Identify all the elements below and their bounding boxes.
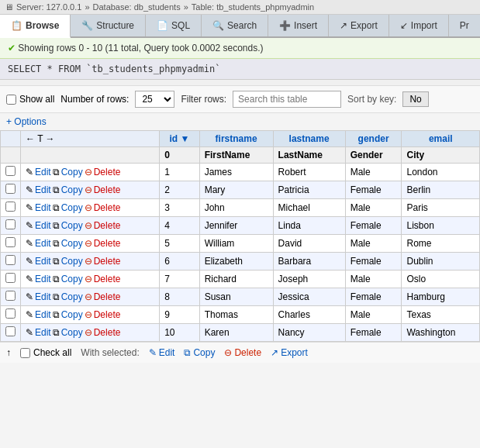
edit-icon-bottom: ✎ <box>149 347 157 358</box>
cell-email: Dublin <box>402 253 480 271</box>
tab-pr[interactable]: Pr <box>449 15 480 36</box>
col-firstname[interactable]: firstname <box>199 131 273 147</box>
row-checkbox[interactable] <box>5 273 16 283</box>
check-all-label[interactable]: Check all <box>20 347 71 358</box>
edit-button[interactable]: Edit <box>35 309 51 320</box>
cell-lastname: Michael <box>273 199 345 217</box>
col-gender[interactable]: gender <box>345 131 402 147</box>
col-id[interactable]: id ▼ <box>160 131 199 147</box>
copy-icon: ⧉ <box>53 220 60 231</box>
delete-button[interactable]: Delete <box>94 256 121 267</box>
cell-id: 9 <box>160 306 199 324</box>
delete-icon: ⊖ <box>85 167 92 177</box>
tab-export[interactable]: ↗ Export <box>329 15 389 36</box>
edit-button[interactable]: Edit <box>35 238 51 249</box>
header-actions <box>21 147 160 164</box>
search-input[interactable] <box>233 91 341 108</box>
cell-lastname: Robert <box>273 164 345 181</box>
options-bar[interactable]: + Options <box>0 113 480 130</box>
tab-import[interactable]: ↙ Import <box>389 15 449 36</box>
col-email[interactable]: email <box>402 131 480 147</box>
export-icon: ↗ <box>340 20 347 31</box>
edit-button[interactable]: Edit <box>35 184 51 195</box>
show-all-label[interactable]: Show all <box>6 94 54 105</box>
nav-row: ← T → id ▼ firstname lastname gender <box>1 131 480 147</box>
edit-button[interactable]: Edit <box>35 256 51 267</box>
delete-button[interactable]: Delete <box>94 220 121 231</box>
bottom-delete-action[interactable]: ⊖ Delete <box>224 347 261 358</box>
delete-button[interactable]: Delete <box>94 309 121 320</box>
edit-button[interactable]: Edit <box>35 202 51 213</box>
delete-icon: ⊖ <box>85 256 92 267</box>
show-all-checkbox[interactable] <box>6 95 16 105</box>
bottom-bar: ↑ Check all With selected: ✎ Edit ⧉ Copy… <box>0 342 480 363</box>
cell-lastname: Barbara <box>273 253 345 271</box>
header-checkbox <box>1 147 21 164</box>
copy-button[interactable]: Copy <box>61 309 83 320</box>
header-id: 0 <box>160 147 199 164</box>
tab-insert[interactable]: ➕ Insert <box>268 15 329 36</box>
edit-button[interactable]: Edit <box>35 291 51 302</box>
left-arrow-icon[interactable]: ← <box>26 133 35 144</box>
delete-button[interactable]: Delete <box>94 184 121 195</box>
copy-button[interactable]: Copy <box>61 238 83 249</box>
copy-button[interactable]: Copy <box>61 202 83 213</box>
row-checkbox[interactable] <box>5 219 16 229</box>
copy-button[interactable]: Copy <box>61 291 83 302</box>
copy-button[interactable]: Copy <box>61 220 83 231</box>
row-checkbox[interactable] <box>5 166 16 176</box>
num-rows-select[interactable]: 25 50 100 <box>135 91 174 108</box>
cell-firstname: Richard <box>199 271 273 288</box>
check-all-checkbox[interactable] <box>20 348 30 358</box>
cell-gender: Female <box>345 288 402 306</box>
copy-button[interactable]: Copy <box>61 256 83 267</box>
delete-button[interactable]: Delete <box>94 202 121 213</box>
cell-gender: Female <box>345 253 402 271</box>
row-checkbox[interactable] <box>5 184 16 194</box>
row-checkbox[interactable] <box>5 255 16 265</box>
delete-button[interactable]: Delete <box>94 167 121 177</box>
delete-button[interactable]: Delete <box>94 327 121 338</box>
table-row: ✎ Edit ⧉ Copy ⊖ Delete 8 Susan Jessica F… <box>1 288 480 306</box>
right-arrow-icon[interactable]: → <box>46 133 55 144</box>
delete-button[interactable]: Delete <box>94 274 121 284</box>
copy-icon: ⧉ <box>53 184 60 195</box>
row-actions: ✎ Edit ⧉ Copy ⊖ Delete <box>21 271 160 288</box>
cell-email: Rome <box>402 235 480 253</box>
edit-button[interactable]: Edit <box>35 167 51 177</box>
bottom-edit-action[interactable]: ✎ Edit <box>149 347 175 358</box>
row-checkbox-cell <box>1 271 21 288</box>
copy-button[interactable]: Copy <box>61 167 83 177</box>
status-message: Showing rows 0 - 10 (11 total, Query too… <box>18 43 263 53</box>
cell-id: 5 <box>160 235 199 253</box>
row-checkbox[interactable] <box>5 326 16 336</box>
cell-gender: Male <box>345 271 402 288</box>
edit-button[interactable]: Edit <box>35 220 51 231</box>
copy-button[interactable]: Copy <box>61 184 83 195</box>
tab-structure[interactable]: 🔧 Structure <box>71 15 146 36</box>
bottom-copy-action[interactable]: ⧉ Copy <box>184 347 215 358</box>
copy-button[interactable]: Copy <box>61 274 83 284</box>
cell-lastname: Jessica <box>273 288 345 306</box>
col-lastname[interactable]: lastname <box>273 131 345 147</box>
row-checkbox[interactable] <box>5 202 16 212</box>
delete-button[interactable]: Delete <box>94 291 121 302</box>
tab-browse[interactable]: 📋 Browse <box>0 15 71 38</box>
cell-id: 1 <box>160 164 199 181</box>
cell-id: 8 <box>160 288 199 306</box>
insert-icon: ➕ <box>279 20 291 31</box>
copy-icon: ⧉ <box>53 309 60 320</box>
edit-button[interactable]: Edit <box>35 274 51 284</box>
sql-bar: SELECT * FROM `tb_students_phpmyadmin` <box>0 59 480 80</box>
bottom-export-action[interactable]: ↗ Export <box>271 347 308 358</box>
tab-sql[interactable]: 📄 SQL <box>146 15 202 36</box>
search-icon: 🔍 <box>212 20 224 31</box>
edit-button[interactable]: Edit <box>35 327 51 338</box>
delete-button[interactable]: Delete <box>94 238 121 249</box>
tab-search[interactable]: 🔍 Search <box>202 15 268 36</box>
row-checkbox[interactable] <box>5 308 16 319</box>
row-checkbox[interactable] <box>5 291 16 301</box>
row-checkbox[interactable] <box>5 237 16 247</box>
no-button[interactable]: No <box>402 91 428 107</box>
copy-button[interactable]: Copy <box>61 327 83 338</box>
